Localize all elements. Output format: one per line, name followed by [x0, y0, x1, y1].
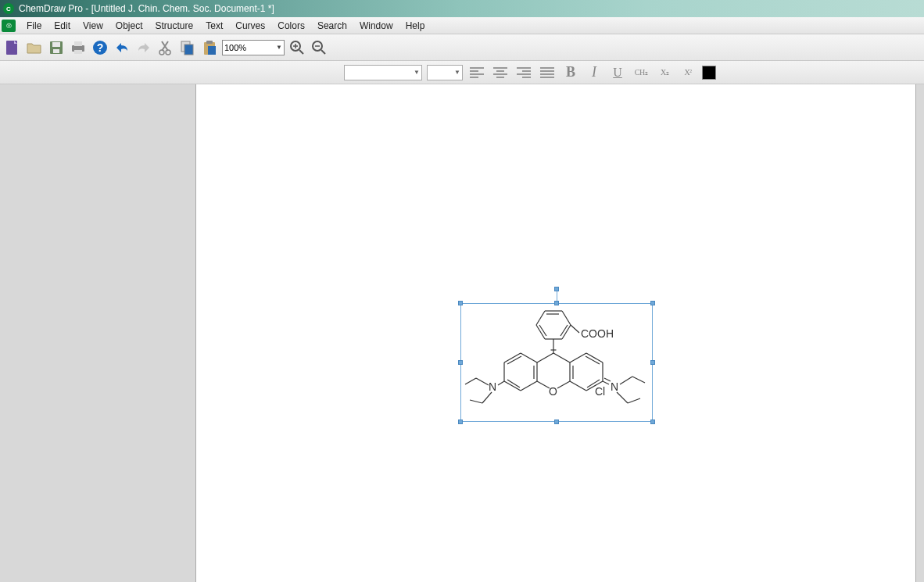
help-button[interactable]: ?	[91, 38, 109, 57]
zoom-in-icon	[289, 40, 305, 55]
ethyl-l1b	[465, 378, 476, 384]
xanthene-core: O	[504, 353, 603, 398]
zoom-out-icon	[311, 40, 327, 55]
cut-button[interactable]	[156, 38, 175, 57]
menu-help[interactable]: Help	[399, 18, 432, 34]
ethyl-r1a	[620, 377, 632, 384]
ethyl-l2b	[470, 400, 482, 403]
label-cl: Cl	[595, 385, 605, 398]
formula-button[interactable]: CH₂	[632, 64, 650, 81]
svg-line-32	[553, 353, 570, 362]
align-center-button[interactable]	[491, 64, 510, 81]
svg-line-50	[570, 381, 586, 391]
open-icon	[27, 41, 42, 55]
svg-rect-5	[74, 41, 82, 46]
underline-button[interactable]: U	[608, 64, 627, 81]
bond-n-left	[498, 381, 504, 385]
undo-icon	[113, 41, 131, 54]
svg-line-31	[560, 325, 568, 336]
window-title: ChemDraw Pro - [Untitled J. Chin. Chem. …	[19, 3, 274, 14]
svg-rect-2	[52, 42, 60, 47]
chevron-down-icon: ▼	[454, 69, 460, 76]
rotate-stem	[557, 291, 557, 304]
paste-button[interactable]	[200, 38, 219, 57]
svg-line-52	[586, 356, 600, 364]
align-right-button[interactable]	[514, 64, 533, 81]
menu-colors[interactable]: Colors	[271, 18, 311, 34]
title-bar: C ChemDraw Pro - [Untitled J. Chin. Chem…	[0, 0, 924, 17]
svg-rect-6	[74, 50, 82, 54]
menu-window[interactable]: Window	[353, 18, 399, 34]
align-justify-icon	[540, 67, 554, 78]
canvas-area[interactable]: COOH O	[195, 84, 924, 582]
menu-text[interactable]: Text	[199, 18, 229, 34]
align-right-icon	[517, 67, 531, 78]
paste-icon	[202, 40, 217, 55]
menu-view[interactable]: View	[77, 18, 109, 34]
menu-object[interactable]: Object	[109, 18, 149, 34]
svg-line-34	[557, 381, 570, 388]
document-page[interactable]: COOH O	[195, 84, 916, 582]
menu-edit[interactable]: Edit	[48, 18, 77, 34]
svg-rect-14	[206, 41, 213, 44]
zoom-value: 100%	[224, 43, 246, 52]
menu-structure[interactable]: Structure	[149, 18, 200, 34]
svg-line-44	[507, 356, 521, 364]
zoom-out-button[interactable]	[310, 38, 328, 57]
svg-line-28	[536, 311, 545, 325]
menu-curves[interactable]: Curves	[229, 18, 271, 34]
print-icon	[70, 41, 86, 55]
svg-rect-12	[184, 45, 193, 55]
superscript-button[interactable]: X²	[679, 64, 697, 81]
svg-line-21	[321, 50, 325, 54]
workspace: COOH O	[0, 84, 924, 582]
zoom-in-button[interactable]	[288, 38, 306, 57]
copy-button[interactable]	[178, 38, 197, 57]
bond-n-right-b	[604, 378, 611, 381]
text-color-swatch[interactable]	[702, 66, 716, 80]
svg-line-35	[537, 381, 550, 388]
save-icon	[49, 41, 63, 55]
label-o: O	[549, 385, 557, 398]
print-button[interactable]	[69, 38, 88, 57]
main-toolbar: ? 100% ▼	[0, 34, 924, 61]
align-justify-button[interactable]	[538, 64, 557, 81]
ethyl-l2a	[482, 392, 492, 403]
svg-line-46	[570, 353, 586, 362]
chevron-down-icon: ▼	[276, 44, 282, 51]
save-button[interactable]	[47, 38, 66, 57]
label-n-left: N	[489, 380, 496, 393]
ethyl-l1a	[476, 378, 489, 385]
bond-n-right-a	[603, 381, 609, 384]
system-menu-icon[interactable]: ◎	[2, 20, 16, 32]
chemical-structure[interactable]: COOH O	[460, 303, 653, 422]
svg-text:?: ?	[97, 41, 104, 54]
copy-icon	[180, 40, 195, 55]
svg-line-30	[539, 325, 546, 336]
align-left-button[interactable]	[467, 64, 486, 81]
format-toolbar: ▼ ▼ B I U CH₂ X₂ X²	[0, 61, 924, 84]
open-button[interactable]	[25, 38, 44, 57]
new-doc-button[interactable]	[3, 38, 22, 57]
subscript-button[interactable]: X₂	[655, 64, 674, 81]
undo-button[interactable]	[113, 38, 131, 57]
font-family-combo[interactable]: ▼	[344, 65, 422, 80]
app-icon: C	[3, 3, 14, 14]
svg-line-24	[562, 311, 571, 325]
bold-button[interactable]: B	[561, 64, 580, 81]
redo-button[interactable]	[134, 38, 153, 57]
label-n-right: N	[611, 380, 618, 393]
cut-icon	[159, 40, 173, 55]
align-left-icon	[470, 67, 484, 78]
font-size-combo[interactable]: ▼	[427, 65, 463, 80]
italic-button[interactable]: I	[585, 64, 603, 81]
svg-line-17	[299, 50, 303, 54]
svg-line-38	[521, 353, 537, 362]
menu-search[interactable]: Search	[311, 18, 353, 34]
rotate-handle[interactable]	[554, 287, 559, 291]
ethyl-r2a	[617, 392, 628, 403]
align-center-icon	[493, 67, 507, 78]
zoom-combo[interactable]: 100% ▼	[222, 40, 285, 55]
menu-file[interactable]: File	[20, 18, 48, 34]
bond-cooh	[571, 325, 579, 333]
